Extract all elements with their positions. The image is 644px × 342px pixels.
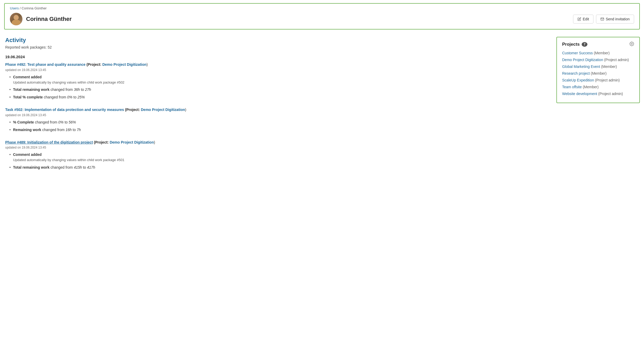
activity-project-prefix: (Project: bbox=[125, 108, 141, 112]
changes-list: Comment added Updated automatically by c… bbox=[5, 152, 550, 170]
change-to: 56% bbox=[69, 120, 76, 124]
change-bold: Remaining work bbox=[13, 128, 41, 132]
activity-item-title: Phase #492: Test phase and quality assur… bbox=[5, 62, 550, 67]
edit-icon bbox=[578, 17, 581, 21]
change-to: 25% bbox=[77, 95, 85, 99]
project-role: (Member) bbox=[601, 64, 617, 69]
reported-work: Reported work packages: 52 bbox=[5, 45, 550, 49]
change-from: 0% bbox=[58, 120, 64, 124]
project-role: (Project admin) bbox=[604, 58, 629, 62]
project-role: (Project admin) bbox=[598, 92, 623, 96]
project-role: (Member) bbox=[591, 71, 607, 75]
projects-count-badge: 7 bbox=[582, 42, 587, 47]
change-bold: Comment added bbox=[13, 152, 42, 157]
activity-project-prefix: (Project: bbox=[87, 62, 102, 67]
project-item: Website development (Project admin) bbox=[562, 92, 634, 96]
activity-project-link[interactable]: Demo Project Digitization bbox=[102, 62, 147, 67]
avatar-image bbox=[10, 13, 22, 25]
change-to: 7h bbox=[77, 128, 81, 132]
project-role: (Project admin) bbox=[595, 78, 620, 82]
project-link[interactable]: Demo Project Digitization bbox=[562, 58, 603, 62]
activity-item-link[interactable]: Phase #489: Initialization of the digiti… bbox=[5, 140, 93, 144]
change-bold: Total remaining work bbox=[13, 165, 50, 169]
breadcrumb-current: Corinna Günther bbox=[22, 6, 47, 10]
edit-button[interactable]: Edit bbox=[573, 15, 593, 23]
change-description: Updated automatically by changing values… bbox=[13, 157, 550, 163]
breadcrumb-separator: / bbox=[20, 6, 21, 10]
activity-item-title: Phase #489: Initialization of the digiti… bbox=[5, 140, 550, 145]
project-link[interactable]: Customer Success bbox=[562, 51, 593, 55]
main-content: Activity Reported work packages: 52 19.0… bbox=[0, 33, 644, 178]
change-description: Updated automatically by changing values… bbox=[13, 80, 550, 85]
change-bold: Total % complete bbox=[13, 95, 43, 99]
activity-item-link[interactable]: Task #502: Implementation of data protec… bbox=[5, 108, 124, 112]
project-item: Demo Project Digitization (Project admin… bbox=[562, 58, 634, 62]
change-from: 0% bbox=[67, 95, 72, 99]
activity-item-paren-close: ) bbox=[185, 108, 186, 112]
activity-item: Phase #489: Initialization of the digiti… bbox=[5, 140, 550, 170]
user-info: Corinna Günther bbox=[10, 13, 72, 25]
activity-item-title: Task #502: Implementation of data protec… bbox=[5, 107, 550, 113]
gear-icon[interactable] bbox=[629, 42, 634, 47]
change-bold: Comment added bbox=[13, 75, 42, 79]
header-section: Users / Corinna Günther Corinna Günther … bbox=[4, 3, 640, 30]
activity-item-updated: updated on 19.06.2024 13:45 bbox=[5, 68, 550, 72]
change-item: % Complete changed from 0% to 56% bbox=[9, 120, 550, 125]
project-item: Customer Success (Member) bbox=[562, 51, 634, 55]
change-from: 415h bbox=[74, 165, 82, 169]
project-link[interactable]: Global Marketing Event bbox=[562, 64, 600, 69]
header-actions: Edit Send invitation bbox=[573, 15, 634, 23]
project-prefix-text: Project: bbox=[88, 62, 101, 67]
mail-icon bbox=[600, 17, 604, 21]
activity-item: Task #502: Implementation of data protec… bbox=[5, 107, 550, 133]
change-item: Total remaining work changed from 415h t… bbox=[9, 165, 550, 170]
breadcrumb-users-link[interactable]: Users bbox=[10, 6, 19, 10]
activity-item-updated: updated on 19.06.2024 13:45 bbox=[5, 146, 550, 149]
change-item: Total remaining work changed from 36h to… bbox=[9, 87, 550, 92]
header-row: Corinna Günther Edit Send invitation bbox=[10, 13, 634, 25]
activity-project-prefix: (Project: bbox=[94, 140, 110, 144]
projects-list: Customer Success (Member) Demo Project D… bbox=[562, 51, 634, 96]
activity-item-paren-close: ) bbox=[147, 62, 148, 67]
projects-header: Projects 7 bbox=[562, 42, 634, 47]
activity-item: Phase #492: Test phase and quality assur… bbox=[5, 62, 550, 100]
activity-project-link[interactable]: Demo Project Digitization bbox=[110, 140, 154, 144]
activity-item-paren-close: ) bbox=[154, 140, 155, 144]
project-role: (Member) bbox=[583, 85, 599, 89]
activity-project-link[interactable]: Demo Project Digitization bbox=[141, 108, 185, 112]
activity-item-updated: updated on 19.06.2024 13:45 bbox=[5, 113, 550, 117]
change-from: 36h bbox=[74, 87, 80, 92]
project-link[interactable]: Team offsite bbox=[562, 85, 582, 89]
project-link[interactable]: Website development bbox=[562, 92, 597, 96]
send-invitation-button[interactable]: Send invitation bbox=[596, 15, 634, 23]
project-link[interactable]: Research project bbox=[562, 71, 590, 75]
project-role: (Member) bbox=[594, 51, 610, 55]
send-invitation-label: Send invitation bbox=[606, 17, 630, 21]
activity-date-header: 19.06.2024 bbox=[5, 55, 550, 59]
changes-list: % Complete changed from 0% to 56% Remain… bbox=[5, 120, 550, 133]
change-to: 27h bbox=[85, 87, 91, 92]
activity-title: Activity bbox=[5, 37, 550, 44]
change-item: Remaining work changed from 16h to 7h bbox=[9, 127, 550, 133]
activity-item-link[interactable]: Phase #492: Test phase and quality assur… bbox=[5, 62, 86, 67]
change-item: Comment added Updated automatically by c… bbox=[9, 152, 550, 163]
project-item: ScaleUp Expedition (Project admin) bbox=[562, 78, 634, 82]
change-to: 417h bbox=[87, 165, 95, 169]
avatar bbox=[10, 13, 22, 25]
change-bold: Total remaining work bbox=[13, 87, 50, 92]
project-link[interactable]: ScaleUp Expedition bbox=[562, 78, 594, 82]
activity-section: Activity Reported work packages: 52 19.0… bbox=[5, 37, 550, 178]
change-bold: % Complete bbox=[13, 120, 34, 124]
project-item: Research project (Member) bbox=[562, 71, 634, 75]
projects-sidebar: Projects 7 Customer Success (Member) Dem… bbox=[556, 37, 640, 103]
user-name-heading: Corinna Günther bbox=[26, 16, 72, 22]
changes-list: Comment added Updated automatically by c… bbox=[5, 74, 550, 100]
project-item: Team offsite (Member) bbox=[562, 85, 634, 89]
svg-point-0 bbox=[631, 43, 633, 45]
project-item: Global Marketing Event (Member) bbox=[562, 64, 634, 69]
projects-title: Projects bbox=[562, 42, 580, 47]
change-item: Total % complete changed from 0% to 25% bbox=[9, 95, 550, 100]
breadcrumb: Users / Corinna Günther bbox=[10, 6, 634, 10]
projects-title-row: Projects 7 bbox=[562, 42, 587, 47]
change-item: Comment added Updated automatically by c… bbox=[9, 74, 550, 85]
